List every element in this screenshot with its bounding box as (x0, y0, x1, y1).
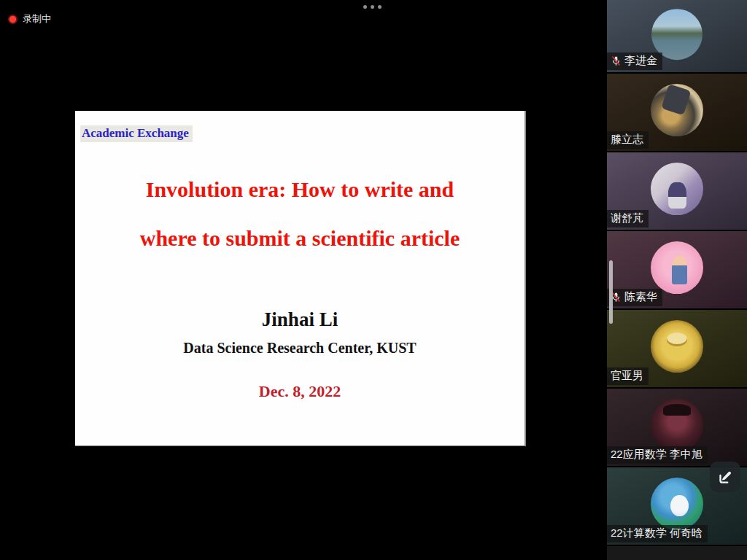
slide-badge: Academic Exchange (80, 125, 193, 142)
participant-tile[interactable]: 22应用数学 李中旭 (607, 389, 747, 466)
participant-name-tag: 官亚男 (607, 368, 649, 385)
strip-scrollbar[interactable] (609, 260, 613, 324)
participant-name-tag: 滕立志 (607, 131, 649, 149)
participant-name-tag: 22应用数学 李中旭 (607, 446, 708, 464)
participant-name: 官亚男 (611, 369, 643, 383)
participant-name-tag: 李进金 (607, 52, 662, 70)
mic-muted-icon (611, 55, 622, 66)
participant-name-tag: 陈素华 (607, 289, 662, 306)
meeting-window: 录制中 Academic Exchange Involution era: Ho… (0, 0, 747, 560)
slide-title: Involution era: How to write and where t… (75, 165, 525, 262)
participant-name: 谢舒芃 (611, 211, 643, 225)
participant-name: 陈素华 (624, 290, 657, 304)
recording-dot-icon (8, 15, 18, 24)
participant-name-tag: 谢舒芃 (607, 210, 649, 228)
slide-author: Jinhai Li (75, 308, 525, 331)
participant-name: 22计算数学 何奇晗 (611, 526, 703, 540)
participant-name-tag: 22计算数学 何奇晗 (607, 525, 708, 542)
participant-tile[interactable]: 官亚男 (607, 310, 747, 387)
participant-name: 滕立志 (611, 133, 643, 147)
participant-tile[interactable]: 滕立志 (607, 74, 747, 151)
avatar (651, 320, 703, 373)
avatar (651, 163, 703, 215)
pen-icon (716, 467, 735, 486)
participant-tile[interactable]: 李进金 (607, 0, 747, 72)
slide-date: Dec. 8, 2022 (75, 382, 525, 401)
participant-tile[interactable]: 谢舒芃 (607, 152, 747, 230)
avatar (651, 241, 703, 294)
slide-title-line1: Involution era: How to write and (75, 165, 525, 214)
recording-indicator: 录制中 (8, 12, 51, 26)
participant-name: 李进金 (624, 54, 657, 68)
slide-title-line2: where to submit a scientific article (75, 214, 525, 262)
avatar (651, 399, 703, 451)
participant-tile-partial (607, 546, 747, 560)
recording-label: 录制中 (23, 12, 51, 26)
participant-tile[interactable]: 陈素华 (607, 231, 747, 308)
more-options-icon[interactable] (363, 5, 382, 9)
avatar (651, 478, 703, 530)
slide-affiliation: Data Science Research Center, KUST (75, 340, 525, 357)
annotate-button[interactable] (710, 462, 740, 492)
shared-screen-slide: Academic Exchange Involution era: How to… (75, 111, 526, 446)
avatar (651, 84, 703, 136)
participant-name: 22应用数学 李中旭 (611, 448, 703, 462)
participant-strip: 李进金 滕立志 谢舒芃 陈素华 (607, 0, 747, 560)
